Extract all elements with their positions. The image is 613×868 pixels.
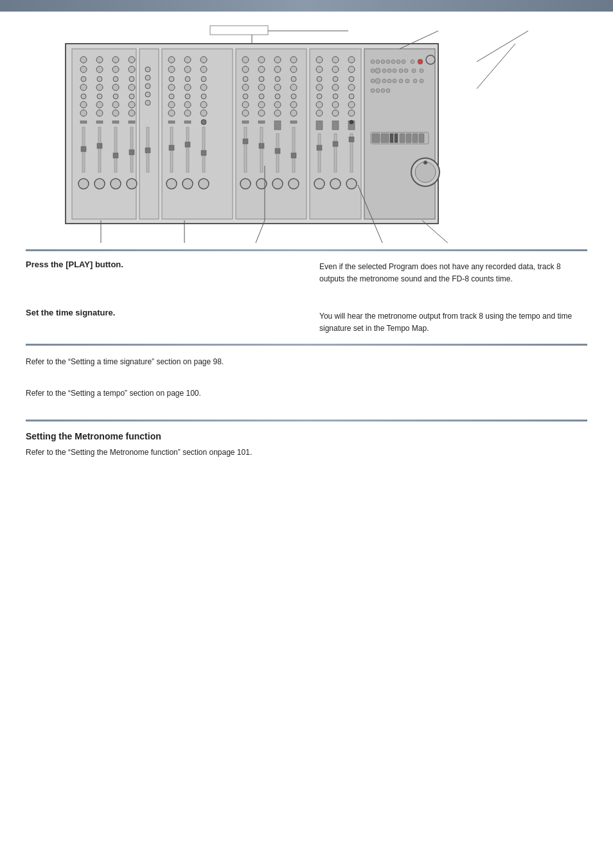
svg-point-174	[396, 60, 400, 64]
svg-point-39	[111, 179, 121, 189]
svg-point-52	[145, 75, 150, 80]
steps-3-4-right	[319, 351, 587, 409]
svg-point-123	[272, 179, 283, 189]
svg-point-161	[349, 94, 354, 99]
svg-point-24	[96, 110, 103, 116]
svg-point-169	[371, 60, 375, 64]
svg-point-198	[371, 89, 375, 93]
svg-point-75	[184, 110, 191, 116]
svg-point-46	[129, 110, 135, 116]
svg-point-87	[201, 120, 206, 125]
svg-point-102	[258, 57, 265, 63]
svg-point-85	[200, 102, 207, 108]
svg-point-199	[376, 89, 380, 93]
svg-point-188	[426, 55, 435, 64]
svg-point-17	[78, 179, 89, 189]
svg-point-175	[402, 60, 405, 64]
svg-point-20	[97, 76, 102, 82]
svg-rect-208	[406, 134, 411, 143]
svg-point-117	[275, 94, 280, 99]
svg-point-19	[96, 66, 103, 73]
step-3-text: Refer to the “Setting a time signature” …	[26, 356, 294, 368]
svg-rect-120	[274, 121, 281, 130]
svg-point-171	[381, 60, 385, 64]
svg-point-156	[330, 179, 341, 189]
svg-rect-204	[381, 134, 389, 143]
svg-rect-77	[186, 127, 189, 172]
svg-point-42	[129, 76, 134, 82]
svg-point-28	[94, 179, 105, 189]
svg-point-86	[200, 110, 207, 116]
svg-point-44	[129, 94, 134, 99]
svg-point-179	[371, 69, 375, 73]
steps-3-4-area: Refer to the “Setting a time signature” …	[0, 346, 613, 412]
svg-point-82	[201, 76, 206, 82]
section2-title: Setting the Metronome function	[26, 431, 587, 441]
svg-point-172	[386, 60, 390, 64]
svg-point-35	[112, 110, 119, 116]
svg-line-225	[477, 31, 528, 62]
step-4-text: Refer to the “Setting a tempo” section o…	[26, 387, 294, 400]
svg-point-7	[80, 57, 87, 63]
svg-point-107	[258, 102, 265, 108]
svg-point-116	[274, 84, 281, 91]
svg-point-129	[290, 102, 297, 108]
svg-point-104	[259, 76, 264, 82]
svg-point-176	[411, 60, 414, 64]
svg-point-18	[96, 57, 103, 63]
svg-point-8	[80, 66, 87, 73]
step-3-section: Refer to the “Setting a time signature” …	[26, 356, 294, 368]
svg-point-163	[348, 110, 355, 116]
svg-point-182	[387, 69, 391, 73]
svg-point-130	[290, 110, 297, 116]
svg-point-33	[113, 94, 118, 99]
svg-rect-131	[290, 121, 297, 123]
svg-point-95	[243, 94, 248, 99]
svg-point-83	[200, 84, 207, 91]
page: Press the [PLAY] button. Set the time si…	[0, 0, 613, 868]
svg-point-145	[314, 179, 324, 189]
svg-point-168	[350, 120, 353, 124]
mixer-diagram	[27, 24, 586, 243]
svg-rect-142	[316, 121, 323, 130]
svg-point-140	[316, 102, 323, 108]
svg-rect-203	[372, 134, 380, 143]
svg-rect-109	[258, 121, 265, 123]
svg-point-167	[346, 179, 357, 189]
svg-point-184	[399, 69, 403, 73]
svg-rect-78	[185, 142, 190, 147]
svg-rect-14	[80, 121, 87, 123]
svg-point-84	[201, 94, 206, 99]
svg-point-181	[382, 69, 386, 73]
svg-point-192	[387, 79, 391, 83]
step-4-section: Refer to the “Setting a tempo” section o…	[26, 387, 294, 400]
svg-point-124	[290, 57, 297, 63]
svg-point-152	[332, 110, 339, 116]
svg-point-212	[415, 162, 436, 182]
svg-point-22	[97, 94, 102, 99]
step-1-label: Press the [PLAY] button.	[26, 260, 294, 269]
svg-point-185	[404, 69, 408, 73]
svg-point-113	[274, 57, 281, 63]
svg-point-149	[332, 84, 339, 91]
svg-point-201	[386, 89, 390, 93]
svg-point-119	[274, 110, 281, 116]
svg-point-43	[129, 84, 135, 91]
svg-point-118	[274, 102, 281, 108]
svg-rect-166	[349, 137, 354, 142]
svg-point-64	[168, 110, 175, 116]
svg-point-173	[391, 60, 395, 64]
svg-point-31	[113, 76, 118, 82]
svg-rect-205	[390, 134, 393, 143]
step-2-label: Set the time signature.	[26, 308, 294, 317]
svg-point-114	[274, 66, 281, 73]
svg-point-63	[168, 102, 175, 108]
svg-point-54	[145, 92, 150, 97]
section2-body: Refer to the “Setting the Metronome func…	[26, 447, 587, 459]
diagram-section	[0, 12, 613, 249]
svg-point-177	[418, 59, 423, 64]
svg-point-128	[291, 94, 296, 99]
svg-rect-37	[114, 127, 117, 172]
right-column: Even if the selected Program does not ha…	[319, 254, 587, 334]
svg-point-12	[80, 102, 87, 108]
